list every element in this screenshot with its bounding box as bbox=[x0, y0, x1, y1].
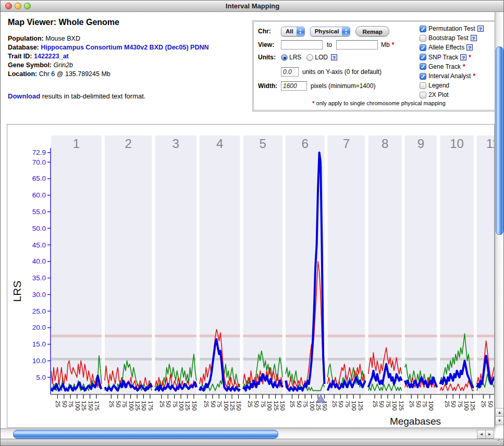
width-hint: pixels (minimum=1400) bbox=[311, 82, 375, 90]
y-tick-label: 40.0 bbox=[32, 257, 46, 265]
trait-id-row: Trait ID: 1422223_at bbox=[8, 52, 250, 61]
x-tick-label: 175 bbox=[94, 401, 100, 411]
chromosome-panel-3[interactable] bbox=[155, 135, 196, 394]
y-tick-label: 45.0 bbox=[32, 241, 46, 249]
vertical-scrollbar[interactable]: ▲ ▼ bbox=[495, 12, 503, 428]
x-tick-label: 50 bbox=[487, 401, 494, 407]
x-tick-label: 50 bbox=[165, 401, 171, 407]
x-tick-label: 100 bbox=[266, 401, 273, 411]
x-tick-label: 100 bbox=[223, 401, 229, 411]
chromosome-panel-4[interactable] bbox=[200, 135, 240, 394]
x-tick-label: 75 bbox=[302, 401, 309, 407]
x-tick-label: 150 bbox=[236, 401, 242, 411]
suggestive-threshold-band bbox=[328, 358, 365, 361]
genome-map-chart: 123456789101172.970.065.060.055.050.045.… bbox=[7, 124, 495, 428]
y-tick-label: 65.0 bbox=[32, 175, 46, 182]
scroll-left-button[interactable]: ◄ bbox=[477, 430, 486, 439]
x-tick-label: 50 bbox=[296, 401, 302, 407]
scroll-up-button[interactable]: ▲ bbox=[495, 408, 504, 417]
scroll-down-button[interactable]: ▼ bbox=[495, 416, 504, 425]
checkbox[interactable] bbox=[420, 82, 426, 89]
help-icon[interactable]: ? bbox=[471, 35, 477, 41]
checkbox-label: Bootstrap Test bbox=[428, 34, 469, 42]
checkbox-row-legend[interactable]: Legend bbox=[420, 81, 498, 90]
checkbox[interactable] bbox=[420, 35, 426, 42]
help-icon[interactable]: ? bbox=[460, 54, 466, 60]
chromosome-panel-1[interactable] bbox=[51, 135, 102, 394]
x-tick-label: 125 bbox=[134, 401, 141, 411]
x-tick-label: 50 bbox=[210, 401, 216, 407]
suggestive-threshold-band bbox=[51, 358, 102, 361]
required-asterisk: * bbox=[392, 41, 395, 48]
chromosome-number-label: 6 bbox=[302, 137, 309, 151]
title-bar[interactable]: Interval Mapping bbox=[1, 1, 504, 12]
remap-button[interactable]: Remap bbox=[355, 26, 389, 36]
help-icon[interactable]: ? bbox=[331, 54, 337, 60]
significant-threshold-band bbox=[440, 334, 474, 337]
chromosome-number-label: 9 bbox=[417, 137, 424, 151]
checkbox[interactable]: ✓ bbox=[420, 73, 426, 80]
x-tick-label: 25 bbox=[372, 401, 378, 407]
x-tick-label: 150 bbox=[141, 401, 147, 411]
vertical-scrollbar-thumb[interactable] bbox=[496, 46, 503, 235]
scroll-right-button[interactable]: ► bbox=[485, 430, 494, 439]
significant-threshold-band bbox=[368, 334, 402, 337]
horizontal-scrollbar-thumb[interactable] bbox=[13, 430, 278, 439]
chr-row: Chr: All ▲▼ Physical ▲▼ Remap bbox=[258, 26, 389, 36]
help-icon[interactable]: ? bbox=[477, 26, 484, 32]
chromosome-panel-2[interactable] bbox=[105, 135, 152, 394]
interval-map-plot[interactable]: 123456789101172.970.065.060.055.050.045.… bbox=[7, 125, 495, 428]
view-to-input[interactable] bbox=[336, 40, 378, 49]
suggestive-threshold-band bbox=[405, 358, 437, 361]
chromosome-panel-9[interactable] bbox=[405, 135, 437, 394]
checkbox-row-bootstrap-test[interactable]: Bootstrap Test? bbox=[420, 33, 498, 43]
checkbox[interactable]: ✓ bbox=[420, 63, 426, 70]
checkbox[interactable]: ✓ bbox=[420, 44, 426, 51]
yaxis-hint: units on Y-axis (0 for default) bbox=[302, 68, 382, 76]
suggestive-threshold-band bbox=[200, 358, 240, 361]
mapping-type-select[interactable]: Physical ▲▼ bbox=[310, 27, 351, 36]
x-tick-label: 75 bbox=[457, 401, 463, 407]
x-tick-label: 50 bbox=[378, 401, 385, 407]
chromosome-select[interactable]: All ▲▼ bbox=[281, 27, 305, 36]
chromosome-number-label: 7 bbox=[343, 137, 350, 151]
x-tick-label: 175 bbox=[147, 401, 154, 411]
resize-grip[interactable] bbox=[498, 439, 504, 445]
database-link[interactable]: Hippocampus Consortium M430v2 BXD (Dec05… bbox=[41, 44, 208, 51]
lrs-radio[interactable] bbox=[281, 54, 288, 61]
lod-radio-label: LOD bbox=[315, 54, 328, 61]
x-tick-label: 75 bbox=[422, 401, 428, 407]
checkbox-row-permutation-test[interactable]: ✓Permutation Test? bbox=[420, 24, 498, 33]
chromosome-number-label: 2 bbox=[125, 137, 131, 151]
checkbox-row-allele-effects[interactable]: ✓Allele Effects? bbox=[420, 43, 498, 52]
yaxis-units-input[interactable] bbox=[281, 67, 299, 77]
checkbox[interactable]: ✓ bbox=[420, 26, 426, 32]
significant-threshold-band bbox=[328, 334, 365, 337]
x-tick-label: 75 bbox=[121, 401, 128, 407]
checkbox-row-2x-plot[interactable]: 2X Plot bbox=[420, 90, 498, 100]
x-tick-label: 150 bbox=[191, 401, 198, 411]
x-tick-label: 25 bbox=[159, 401, 165, 407]
x-tick-label: 100 bbox=[128, 401, 134, 411]
horizontal-scrollbar[interactable]: ◄ ► bbox=[1, 428, 496, 440]
help-icon[interactable]: ? bbox=[466, 44, 473, 51]
x-tick-label: 75 bbox=[172, 401, 178, 407]
trait-id-link[interactable]: 1422223_at bbox=[34, 53, 69, 60]
checkbox-label: Allele Effects bbox=[428, 44, 464, 51]
view-from-input[interactable] bbox=[281, 40, 323, 49]
x-tick-label: 25 bbox=[247, 401, 253, 407]
x-tick-label: 100 bbox=[351, 401, 357, 411]
chromosome-panel-7[interactable] bbox=[328, 135, 365, 394]
checkbox-row-snp-track[interactable]: ✓SNP Track?* bbox=[420, 53, 498, 62]
x-tick-label: 75 bbox=[385, 401, 391, 407]
checkbox-row-gene-track[interactable]: ✓Gene Track* bbox=[420, 62, 498, 71]
suggestive-threshold-band bbox=[155, 358, 196, 361]
lod-radio[interactable] bbox=[306, 54, 313, 61]
checkbox[interactable] bbox=[420, 92, 426, 98]
width-input[interactable] bbox=[281, 81, 307, 91]
checkbox-row-interval-analyst[interactable]: ✓Interval Analyst* bbox=[420, 71, 498, 81]
download-link[interactable]: Download bbox=[8, 92, 40, 100]
x-tick-label: 50 bbox=[338, 401, 344, 407]
popup-arrows-icon: ▲▼ bbox=[342, 27, 350, 36]
checkbox[interactable]: ✓ bbox=[420, 54, 426, 60]
